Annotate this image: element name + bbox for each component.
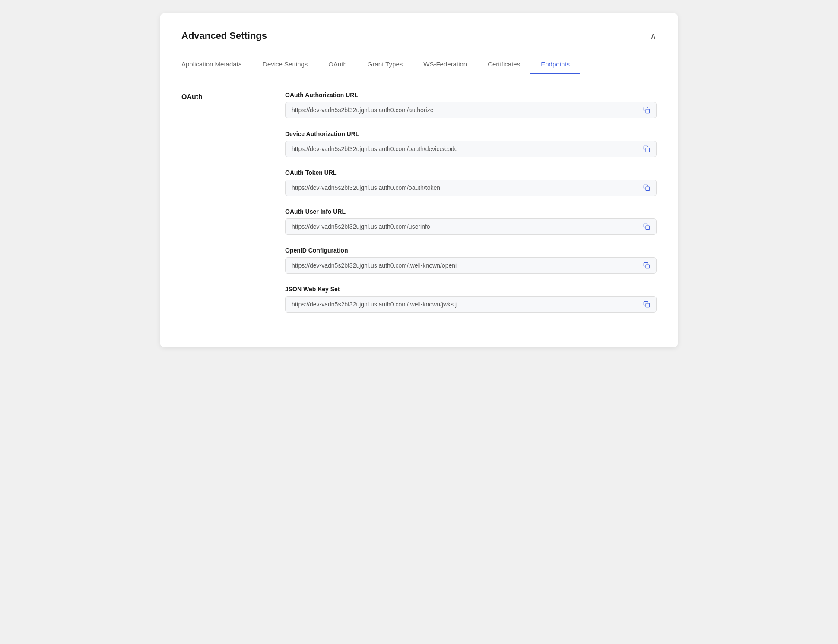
field-value-oauth-authorization-url: https://dev-vadn5s2bf32ujgnl.us.auth0.co… — [292, 107, 639, 114]
copy-button-oauth-token-url[interactable] — [643, 184, 650, 191]
copy-button-oauth-authorization-url[interactable] — [643, 107, 650, 114]
field-group-openid-configuration: OpenID Configurationhttps://dev-vadn5s2b… — [285, 247, 657, 274]
tab-endpoints[interactable]: Endpoints — [530, 55, 580, 74]
tab-certificates[interactable]: Certificates — [477, 55, 530, 74]
field-value-oauth-user-info-url: https://dev-vadn5s2bf32ujgnl.us.auth0.co… — [292, 223, 639, 230]
tab-ws-federation[interactable]: WS-Federation — [413, 55, 477, 74]
tab-bar: Application MetadataDevice SettingsOAuth… — [181, 55, 657, 74]
field-group-json-web-key-set: JSON Web Key Sethttps://dev-vadn5s2bf32u… — [285, 286, 657, 313]
svg-rect-5 — [646, 303, 650, 307]
field-label-oauth-token-url: OAuth Token URL — [285, 169, 657, 176]
field-label-device-authorization-url: Device Authorization URL — [285, 130, 657, 137]
tab-application-metadata[interactable]: Application Metadata — [181, 55, 252, 74]
field-label-openid-configuration: OpenID Configuration — [285, 247, 657, 254]
tab-oauth[interactable]: OAuth — [318, 55, 357, 74]
copy-button-json-web-key-set[interactable] — [643, 301, 650, 308]
content-area: OAuth OAuth Authorization URLhttps://dev… — [181, 92, 657, 313]
field-value-oauth-token-url: https://dev-vadn5s2bf32ujgnl.us.auth0.co… — [292, 184, 639, 191]
page-title: Advanced Settings — [181, 30, 267, 41]
copy-button-oauth-user-info-url[interactable] — [643, 223, 650, 230]
advanced-settings-card: Advanced Settings ∧ Application Metadata… — [160, 13, 678, 347]
tab-grant-types[interactable]: Grant Types — [357, 55, 413, 74]
card-footer — [181, 330, 657, 330]
field-value-device-authorization-url: https://dev-vadn5s2bf32ujgnl.us.auth0.co… — [292, 145, 639, 152]
field-input-wrapper-oauth-user-info-url: https://dev-vadn5s2bf32ujgnl.us.auth0.co… — [285, 218, 657, 235]
field-input-wrapper-oauth-token-url: https://dev-vadn5s2bf32ujgnl.us.auth0.co… — [285, 180, 657, 196]
svg-rect-1 — [646, 148, 650, 152]
field-label-json-web-key-set: JSON Web Key Set — [285, 286, 657, 293]
field-group-oauth-token-url: OAuth Token URLhttps://dev-vadn5s2bf32uj… — [285, 169, 657, 196]
svg-rect-3 — [646, 226, 650, 230]
field-input-wrapper-json-web-key-set: https://dev-vadn5s2bf32ujgnl.us.auth0.co… — [285, 296, 657, 313]
copy-button-openid-configuration[interactable] — [643, 262, 650, 269]
collapse-button[interactable]: ∧ — [650, 31, 657, 41]
field-group-oauth-authorization-url: OAuth Authorization URLhttps://dev-vadn5… — [285, 92, 657, 118]
svg-rect-0 — [646, 109, 650, 113]
field-label-oauth-user-info-url: OAuth User Info URL — [285, 208, 657, 215]
fields-column: OAuth Authorization URLhttps://dev-vadn5… — [285, 92, 657, 313]
card-header: Advanced Settings ∧ — [181, 30, 657, 41]
field-group-oauth-user-info-url: OAuth User Info URLhttps://dev-vadn5s2bf… — [285, 208, 657, 235]
field-group-device-authorization-url: Device Authorization URLhttps://dev-vadn… — [285, 130, 657, 157]
field-input-wrapper-oauth-authorization-url: https://dev-vadn5s2bf32ujgnl.us.auth0.co… — [285, 102, 657, 118]
field-input-wrapper-device-authorization-url: https://dev-vadn5s2bf32ujgnl.us.auth0.co… — [285, 141, 657, 157]
field-input-wrapper-openid-configuration: https://dev-vadn5s2bf32ujgnl.us.auth0.co… — [285, 257, 657, 274]
field-label-oauth-authorization-url: OAuth Authorization URL — [285, 92, 657, 98]
section-label: OAuth — [181, 92, 268, 313]
field-value-json-web-key-set: https://dev-vadn5s2bf32ujgnl.us.auth0.co… — [292, 301, 639, 308]
svg-rect-4 — [646, 265, 650, 268]
tab-device-settings[interactable]: Device Settings — [252, 55, 318, 74]
field-value-openid-configuration: https://dev-vadn5s2bf32ujgnl.us.auth0.co… — [292, 262, 639, 269]
svg-rect-2 — [646, 187, 650, 191]
copy-button-device-authorization-url[interactable] — [643, 145, 650, 152]
